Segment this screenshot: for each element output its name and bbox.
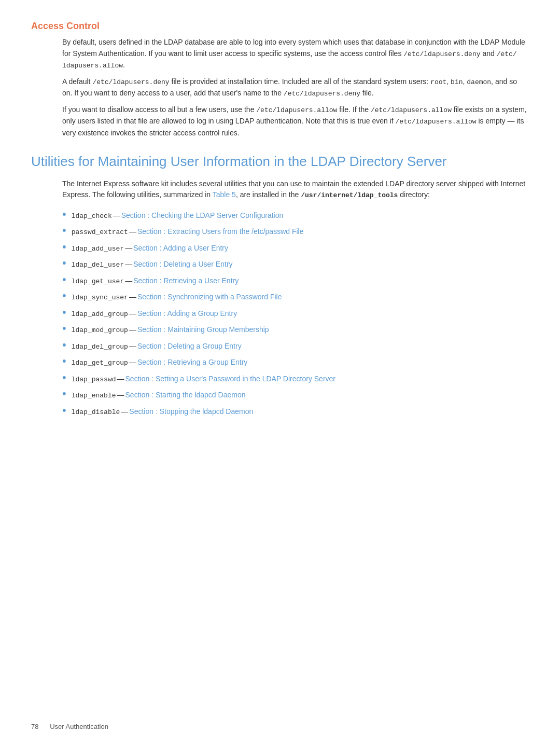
em-dash: — bbox=[117, 390, 124, 400]
access-control-section: Access Control By default, users defined… bbox=[31, 21, 529, 139]
section-link[interactable]: Section : Maintaining Group Membership bbox=[137, 324, 269, 335]
bullet-icon: • bbox=[62, 388, 66, 399]
list-item: • ldap_add_user — Section : Adding a Use… bbox=[62, 241, 529, 254]
bullet-icon: • bbox=[62, 290, 66, 301]
section-link[interactable]: Section : Synchronizing with a Password … bbox=[137, 292, 282, 302]
list-item: • ldap_get_group — Section : Retrieving … bbox=[62, 355, 529, 368]
bullet-icon: • bbox=[62, 225, 66, 236]
list-item: • ldap_enable — Section : Starting the l… bbox=[62, 388, 529, 401]
page-footer: 78 User Authentication bbox=[31, 723, 108, 730]
footer-page-number: 78 bbox=[31, 723, 38, 730]
section-link[interactable]: Section : Adding a Group Entry bbox=[137, 308, 237, 319]
list-item: • ldap_add_group — Section : Adding a Gr… bbox=[62, 307, 529, 320]
section-link[interactable]: Section : Extracting Users from the /etc… bbox=[137, 226, 304, 237]
bullet-icon: • bbox=[62, 274, 66, 285]
cmd-text: ldap_add_user bbox=[72, 244, 124, 254]
cmd-text: ldap_add_group bbox=[72, 309, 128, 320]
list-item: • ldap_get_user — Section : Retrieving a… bbox=[62, 274, 529, 287]
utilities-heading: Utilities for Maintaining User Informati… bbox=[31, 153, 529, 170]
access-control-heading: Access Control bbox=[31, 21, 529, 32]
table5-link[interactable]: Table 5 bbox=[213, 190, 236, 199]
section-link[interactable]: Section : Adding a User Entry bbox=[133, 243, 228, 254]
bullet-icon: • bbox=[62, 307, 66, 318]
list-item: • ldap_passwd — Section : Setting a User… bbox=[62, 372, 529, 385]
em-dash: — bbox=[129, 226, 136, 237]
section-link[interactable]: Section : Retrieving a User Entry bbox=[133, 275, 239, 286]
list-item: • ldap_sync_user — Section : Synchronizi… bbox=[62, 290, 529, 303]
section-link[interactable]: Section : Setting a User's Password in t… bbox=[125, 374, 335, 384]
bullet-icon: • bbox=[62, 372, 66, 383]
section-link[interactable]: Section : Stopping the ldapcd Daemon bbox=[129, 406, 253, 417]
em-dash: — bbox=[125, 259, 132, 270]
cmd-text: ldap_mod_group bbox=[72, 325, 128, 336]
em-dash: — bbox=[113, 210, 120, 221]
section-link[interactable]: Section : Deleting a Group Entry bbox=[137, 341, 242, 352]
section-link[interactable]: Section : Retrieving a Group Entry bbox=[137, 357, 247, 368]
section-link[interactable]: Section : Deleting a User Entry bbox=[133, 259, 232, 270]
em-dash: — bbox=[129, 357, 136, 368]
list-item: • ldap_disable — Section : Stopping the … bbox=[62, 405, 529, 418]
bullet-icon: • bbox=[62, 405, 66, 416]
em-dash: — bbox=[129, 324, 136, 335]
em-dash: — bbox=[121, 406, 128, 417]
list-item: • ldap_del_group — Section : Deleting a … bbox=[62, 339, 529, 352]
cmd-text: ldap_disable bbox=[72, 407, 120, 418]
bullet-icon: • bbox=[62, 339, 66, 351]
em-dash: — bbox=[129, 341, 136, 352]
bullet-icon: • bbox=[62, 241, 66, 253]
access-control-para-1: By default, users defined in the LDAP da… bbox=[62, 37, 529, 71]
bullet-icon: • bbox=[62, 209, 66, 220]
utilities-intro-text: The Internet Express software kit includ… bbox=[62, 178, 529, 201]
em-dash: — bbox=[129, 292, 136, 302]
section-link[interactable]: Section : Starting the ldapcd Daemon bbox=[125, 390, 246, 400]
list-item: • ldap_del_user — Section : Deleting a U… bbox=[62, 257, 529, 270]
bullet-icon: • bbox=[62, 323, 66, 334]
bullet-icon: • bbox=[62, 355, 66, 367]
access-control-body: By default, users defined in the LDAP da… bbox=[62, 37, 529, 139]
section-link[interactable]: Section : Checking the LDAP Server Confi… bbox=[121, 210, 284, 221]
em-dash: — bbox=[125, 275, 132, 286]
em-dash: — bbox=[125, 243, 132, 254]
cmd-text: ldap_del_group bbox=[72, 342, 128, 352]
list-item: • passwd_extract — Section : Extracting … bbox=[62, 225, 529, 238]
access-control-para-2: A default /etc/ldapusers.deny file is pr… bbox=[62, 76, 529, 99]
cmd-text: ldap_get_user bbox=[72, 277, 124, 287]
utilities-intro: The Internet Express software kit includ… bbox=[62, 178, 529, 201]
cmd-text: ldap_check bbox=[72, 211, 112, 222]
list-item: • ldap_check — Section : Checking the LD… bbox=[62, 209, 529, 222]
access-control-para-3: If you want to disallow access to all bu… bbox=[62, 104, 529, 139]
cmd-text: ldap_passwd bbox=[72, 375, 116, 385]
footer-label: User Authentication bbox=[50, 723, 108, 730]
cmd-text: passwd_extract bbox=[72, 227, 128, 238]
cmd-text: ldap_get_group bbox=[72, 358, 128, 368]
bullet-icon: • bbox=[62, 257, 66, 269]
list-item: • ldap_mod_group — Section : Maintaining… bbox=[62, 323, 529, 336]
cmd-text: ldap_sync_user bbox=[72, 293, 128, 303]
cmd-text: ldap_enable bbox=[72, 391, 116, 401]
cmd-text: ldap_del_user bbox=[72, 260, 124, 270]
utilities-section: Utilities for Maintaining User Informati… bbox=[31, 153, 529, 417]
em-dash: — bbox=[129, 308, 136, 319]
em-dash: — bbox=[117, 374, 124, 384]
utilities-list: • ldap_check — Section : Checking the LD… bbox=[62, 209, 529, 418]
